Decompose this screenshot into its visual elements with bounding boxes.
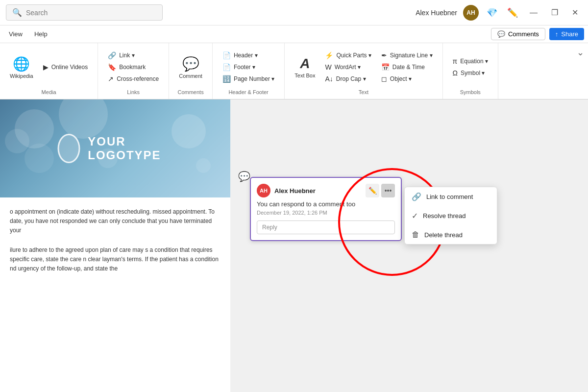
menu-bar-right: 💬 Comments ↑ Share [491, 28, 584, 40]
bubble-6 [196, 158, 211, 173]
resolve-thread-label: Resolve thread [423, 212, 466, 220]
ribbon-btn-wordart[interactable]: W WordArt ▾ [321, 62, 375, 73]
comment-bubble-icon: 💬 [238, 171, 250, 182]
ribbon-btn-date-time[interactable]: 📅 Date & Time [377, 62, 437, 73]
ribbon-btn-drop-cap[interactable]: A↓ Drop Cap ▾ [321, 74, 375, 84]
bubble-2 [5, 129, 29, 153]
comment-card: AH Alex Huebner ✏️ ••• You can respond t… [250, 177, 402, 241]
comment-date: December 19, 2022, 1:26 PM [257, 210, 395, 216]
ribbon-media-items: 🌐 Wikipedia ▶ Online Videos [6, 47, 92, 87]
sidebar-right: 💬 AH Alex Huebner ✏️ ••• You can respond… [230, 99, 588, 392]
edit-comment-button[interactable]: ✏️ [366, 184, 379, 197]
more-options-button[interactable]: ••• [381, 184, 395, 197]
cross-reference-label: Cross-reference [117, 75, 159, 82]
doc-paragraph-2: ilure to adhere to the agreed upon plan … [10, 245, 220, 274]
ribbon-text-items: A Text Box ⚡ Quick Parts ▾ W WordArt ▾ A… [291, 47, 436, 87]
doc-paragraph-1: o appointment on (indicate date) without… [10, 207, 220, 236]
doc-body: o appointment on (indicate date) without… [0, 197, 230, 293]
ribbon-btn-footer[interactable]: 📄 Footer ▾ [219, 62, 278, 73]
header-icon: 📄 [222, 51, 231, 59]
comment-text: You can respond to a comment too [257, 200, 395, 208]
signature-label: Signature Line ▾ [390, 52, 433, 59]
ribbon-btn-page-number[interactable]: 🔢 Page Number ▾ [219, 74, 278, 84]
ribbon-expand-icon[interactable]: ⌄ [577, 47, 584, 58]
ribbon-btn-comment[interactable]: 💬 Comment [175, 54, 206, 81]
context-menu-delete-thread[interactable]: 🗑 Delete thread [405, 225, 497, 244]
context-menu-link-to-comment[interactable]: 🔗 Link to comment [405, 187, 497, 206]
ribbon-links-items: 🔗 Link ▾ 🔖 Bookmark ↗ Cross-reference [104, 47, 163, 87]
context-menu: 🔗 Link to comment ✓ Resolve thread 🗑 Del… [404, 187, 497, 245]
link-icon: 🔗 [108, 51, 116, 59]
search-box[interactable]: 🔍 [6, 4, 163, 21]
menu-item-view[interactable]: View [4, 28, 27, 40]
resolve-thread-icon: ✓ [412, 211, 418, 220]
ribbon-btn-bookmark[interactable]: 🔖 Bookmark [104, 62, 163, 73]
ribbon-btn-online-videos[interactable]: ▶ Online Videos [39, 62, 92, 73]
bubble-5 [172, 114, 206, 148]
footer-icon: 📄 [222, 63, 231, 71]
ribbon-btn-cross-reference[interactable]: ↗ Cross-reference [104, 74, 163, 84]
menu-item-help[interactable]: Help [29, 28, 52, 40]
ribbon-hf-items: 📄 Header ▾ 📄 Footer ▾ 🔢 Page Number ▾ [219, 47, 278, 87]
ribbon-btn-wikipedia[interactable]: 🌐 Wikipedia [6, 54, 37, 81]
wikipedia-icon: 🌐 [13, 56, 30, 72]
close-button[interactable]: ✕ [568, 6, 582, 19]
quick-parts-label: Quick Parts ▾ [336, 52, 371, 59]
share-button[interactable]: ↑ Share [549, 28, 584, 40]
link-to-comment-label: Link to comment [426, 193, 473, 200]
logo-circle [58, 134, 80, 163]
ribbon-comments-items: 💬 Comment [175, 47, 206, 87]
diamond-icon[interactable]: 💎 [485, 5, 499, 20]
minimize-button[interactable]: — [526, 6, 541, 19]
object-icon: ◻ [381, 75, 387, 83]
delete-thread-icon: 🗑 [412, 230, 419, 239]
textbox-label: Text Box [294, 73, 315, 78]
ribbon-btn-equation[interactable]: π Equation ▾ [449, 56, 492, 67]
ribbon-btn-header[interactable]: 📄 Header ▾ [219, 50, 278, 61]
share-label: Share [561, 30, 578, 38]
ribbon-group-links-label: Links [127, 87, 140, 95]
comment-icon: 💬 [497, 30, 505, 38]
doc-page: YOUR LOGOTYPE o appointment on (indicate… [0, 99, 230, 392]
page-number-icon: 🔢 [222, 75, 231, 83]
ribbon-text-col: ⚡ Quick Parts ▾ W WordArt ▾ A↓ Drop Cap … [321, 50, 375, 84]
bookmark-label: Bookmark [119, 64, 146, 71]
ribbon-btn-object[interactable]: ◻ Object ▾ [377, 74, 437, 84]
symbol-icon: Ω [453, 69, 458, 77]
logo-text: YOUR LOGOTYPE [88, 135, 172, 162]
comments-label: Comments [508, 30, 539, 38]
ribbon-group-text-label: Text [359, 87, 368, 95]
ribbon-group-links: 🔗 Link ▾ 🔖 Bookmark ↗ Cross-reference Li… [98, 43, 169, 99]
pen-icon[interactable]: ✏️ [505, 5, 520, 20]
share-icon: ↑ [555, 30, 559, 38]
equation-label: Equation ▾ [460, 58, 488, 65]
maximize-button[interactable]: ❐ [547, 6, 562, 19]
ribbon-group-hf-label: Header & Footer [228, 87, 268, 95]
comments-button[interactable]: 💬 Comments [491, 28, 545, 40]
ribbon-btn-signature[interactable]: ✒ Signature Line ▾ [377, 50, 437, 61]
search-input[interactable] [26, 9, 156, 17]
equation-icon: π [453, 57, 458, 65]
title-bar-right: Alex Huebner AH 💎 ✏️ — ❐ ✕ [416, 5, 582, 21]
ribbon-group-header-footer: 📄 Header ▾ 📄 Footer ▾ 🔢 Page Number ▾ He… [213, 43, 285, 99]
link-to-comment-icon: 🔗 [412, 192, 421, 201]
comment-author: Alex Huebner [274, 187, 362, 195]
cross-reference-icon: ↗ [108, 75, 114, 83]
ribbon-btn-quick-parts[interactable]: ⚡ Quick Parts ▾ [321, 50, 375, 61]
bubble-7 [24, 144, 54, 173]
link-label: Link ▾ [119, 52, 134, 59]
ribbon-btn-link[interactable]: 🔗 Link ▾ [104, 50, 163, 61]
bookmark-icon: 🔖 [108, 63, 116, 71]
symbol-label: Symbol ▾ [461, 70, 485, 76]
reply-input[interactable]: Reply [257, 220, 395, 234]
online-videos-label: Online Videos [51, 64, 88, 71]
ribbon-btn-symbol[interactable]: Ω Symbol ▾ [449, 68, 492, 78]
ribbon-btn-textbox[interactable]: A Text Box [291, 54, 319, 80]
comment-ribbon-icon: 💬 [182, 56, 199, 72]
logo-area: YOUR LOGOTYPE [58, 134, 173, 163]
context-menu-resolve-thread[interactable]: ✓ Resolve thread [405, 206, 497, 225]
ribbon: 🌐 Wikipedia ▶ Online Videos Media 🔗 Link… [0, 43, 588, 99]
ribbon-group-comments-label: Comments [177, 87, 203, 95]
title-bar: 🔍 Alex Huebner AH 💎 ✏️ — ❐ ✕ [0, 0, 588, 25]
menu-bar: View Help 💬 Comments ↑ Share [0, 25, 588, 43]
